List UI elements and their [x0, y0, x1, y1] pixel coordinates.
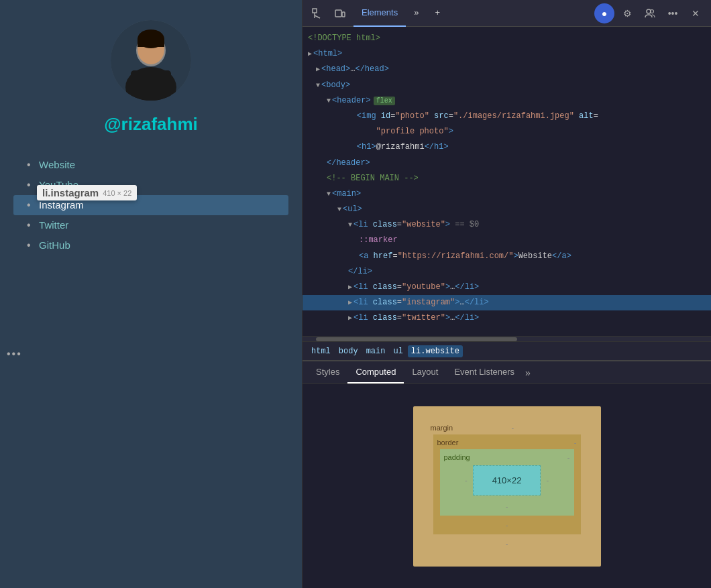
- tab-layout[interactable]: Layout: [404, 361, 446, 384]
- svg-line-9: [315, 15, 320, 18]
- tab-elements[interactable]: Elements: [353, 0, 406, 27]
- more-icon[interactable]: •••: [663, 3, 683, 23]
- tab-more[interactable]: »: [406, 0, 427, 27]
- box-model: margin - border - padding: [413, 406, 601, 567]
- settings-icon[interactable]: ⚙: [617, 3, 637, 23]
- body-open-line[interactable]: ▼<body>: [303, 78, 711, 93]
- tab-styles[interactable]: Styles: [308, 361, 347, 384]
- nav-list: Website YouTube li.instagram 410 × 22 In…: [0, 155, 302, 255]
- inspect-icon[interactable]: [308, 4, 327, 23]
- more-dots: •••: [7, 348, 22, 360]
- username-label: @rizafahmi: [104, 114, 198, 135]
- breadcrumb-html[interactable]: html: [308, 345, 334, 357]
- profile-icon[interactable]: ●: [594, 3, 614, 23]
- img-line[interactable]: <img id="photo" src="./images/rizafahmi.…: [303, 109, 711, 124]
- border-bottom-val: -: [506, 521, 508, 529]
- nav-link-website[interactable]: Website: [39, 159, 75, 170]
- margin-bottom-val: -: [506, 540, 508, 548]
- content-size: 410×22: [492, 475, 522, 485]
- doctype-line[interactable]: <!DOCTYPE html>: [303, 31, 711, 46]
- marker-line[interactable]: ::marker: [303, 233, 711, 248]
- header-close-line[interactable]: </header>: [303, 156, 711, 171]
- padding-bottom-val: -: [506, 502, 508, 510]
- li-website-line[interactable]: ▼<li class="website"> == $0: [303, 217, 711, 233]
- border-label: border: [437, 438, 459, 447]
- devtools-panel: Elements » + ● ⚙ ••• ✕ <!DOCTYPE html>: [302, 0, 711, 588]
- elements-content[interactable]: <!DOCTYPE html> ▶<html> ▶<head>…</head> …: [303, 27, 711, 336]
- ul-open-line[interactable]: ▼<ul>: [303, 202, 711, 217]
- breadcrumb-body[interactable]: body: [335, 345, 362, 357]
- svg-rect-3: [131, 70, 171, 101]
- svg-rect-6: [138, 39, 164, 47]
- margin-top-val: -: [511, 424, 514, 432]
- li-instagram-line[interactable]: ▶<li class="instagram">…</li>: [303, 295, 711, 310]
- nav-item-instagram[interactable]: li.instagram 410 × 22 Instagram: [13, 195, 288, 215]
- nav-link-instagram[interactable]: Instagram: [39, 199, 84, 211]
- devtools-topbar-right: ● ⚙ ••• ✕: [594, 3, 706, 23]
- breadcrumb-main[interactable]: main: [363, 345, 389, 357]
- svg-rect-7: [313, 9, 317, 13]
- bottom-panel: Styles Computed Layout Event Listeners »…: [303, 360, 711, 588]
- nav-link-github[interactable]: GitHub: [39, 239, 70, 251]
- people-icon[interactable]: [640, 3, 660, 23]
- tab-computed[interactable]: Computed: [347, 361, 404, 384]
- nav-item-website[interactable]: Website: [13, 155, 288, 175]
- li-twitter-line[interactable]: ▶<li class="twitter">…</li>: [303, 310, 711, 326]
- head-line[interactable]: ▶<head>…</head>: [303, 62, 711, 77]
- bottom-tabs: Styles Computed Layout Event Listeners »: [303, 361, 711, 384]
- li-youtube-line[interactable]: ▶<li class="youtube">…</li>: [303, 280, 711, 295]
- horizontal-scrollbar[interactable]: [303, 336, 711, 341]
- nav-link-twitter[interactable]: Twitter: [39, 219, 68, 231]
- main-open-line[interactable]: ▼<main>: [303, 186, 711, 202]
- margin-label: margin: [431, 424, 453, 432]
- padding-top-val: -: [567, 453, 570, 461]
- computed-content: margin - border - padding: [303, 384, 711, 588]
- tooltip-tag: li.instagram: [42, 187, 99, 198]
- bottom-tab-more[interactable]: »: [525, 367, 531, 378]
- li-close-line[interactable]: </li>: [303, 264, 711, 280]
- breadcrumb-ul[interactable]: ul: [390, 345, 406, 357]
- devtools-topbar: Elements » + ● ⚙ ••• ✕: [303, 0, 711, 27]
- html-open-line[interactable]: ▶<html>: [303, 46, 711, 62]
- svg-rect-11: [342, 12, 345, 17]
- tab-event-listeners[interactable]: Event Listeners: [446, 361, 523, 384]
- left-panel: @rizafahmi Website YouTube li.instagram …: [0, 0, 302, 588]
- tab-new[interactable]: +: [427, 0, 448, 27]
- img-line-2[interactable]: "profile photo">: [303, 124, 711, 139]
- device-icon[interactable]: [331, 4, 349, 23]
- h1-line[interactable]: <h1>@rizafahmi</h1>: [303, 139, 711, 155]
- right-val: -: [546, 476, 549, 484]
- comment-line[interactable]: <!-- BEGIN MAIN -->: [303, 171, 711, 186]
- svg-rect-10: [335, 10, 341, 17]
- padding-label: padding: [444, 453, 470, 461]
- tooltip-dims: 410 × 22: [103, 189, 131, 197]
- a-website-line[interactable]: <a href="https://rizafahmi.com/">Website…: [303, 249, 711, 264]
- avatar: [111, 20, 191, 101]
- devtools-main-tabs: Elements » +: [353, 0, 590, 27]
- element-tooltip: li.instagram 410 × 22: [37, 185, 137, 200]
- left-val: -: [465, 476, 468, 484]
- close-icon[interactable]: ✕: [686, 3, 706, 23]
- breadcrumb-li-website[interactable]: li.website: [408, 345, 463, 357]
- nav-item-twitter[interactable]: Twitter: [13, 215, 288, 235]
- border-top-val: -: [574, 438, 577, 447]
- nav-item-github[interactable]: GitHub: [13, 235, 288, 255]
- breadcrumb-bar: html body main ul li.website: [303, 341, 711, 360]
- header-open-line[interactable]: ▼<header>flex: [303, 93, 711, 109]
